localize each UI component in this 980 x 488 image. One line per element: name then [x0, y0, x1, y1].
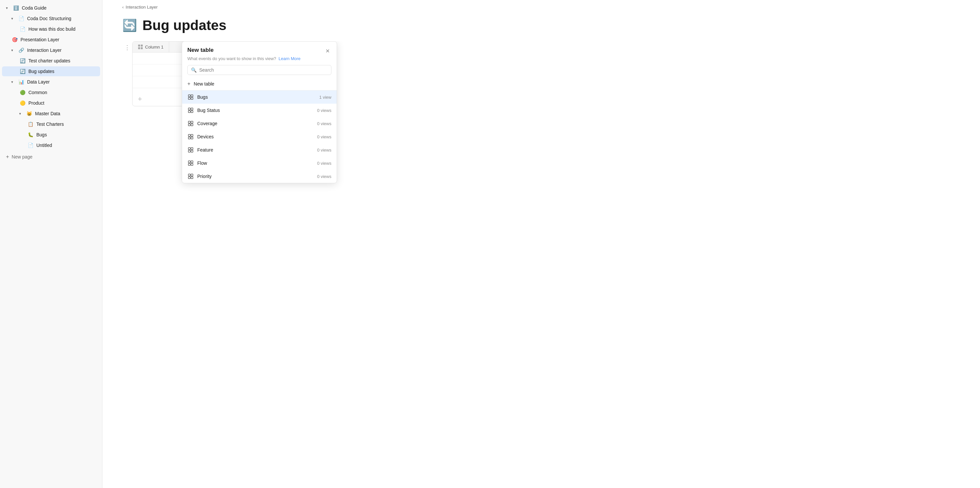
update-icon: 🔄: [19, 57, 26, 64]
svg-rect-18: [188, 137, 190, 139]
breadcrumb-text: Interaction Layer: [126, 5, 158, 10]
sidebar-item-untitled[interactable]: 📄 Untitled: [2, 140, 100, 150]
search-bar: 🔍: [187, 65, 331, 75]
sidebar-item-coda-doc-structuring[interactable]: ▾ 📄 Coda Doc Structuring: [2, 14, 100, 24]
column-1-header: Column 1: [132, 41, 169, 52]
dropdown-list-item-coverage[interactable]: Coverage 0 views: [182, 117, 337, 130]
sidebar-label: Test Charters: [37, 122, 64, 127]
plus-icon: +: [6, 154, 9, 160]
sidebar-item-presentation-layer[interactable]: 🎯 Presentation Layer: [2, 35, 100, 44]
svg-rect-15: [191, 124, 193, 126]
sidebar-item-bugs[interactable]: 🐛 Bugs: [2, 130, 100, 139]
grid-icon: [187, 120, 194, 127]
chevron-down-icon: ▾: [11, 79, 16, 84]
svg-rect-30: [188, 177, 190, 179]
svg-rect-3: [141, 47, 143, 49]
svg-rect-5: [191, 95, 193, 97]
item-views: 0 views: [317, 161, 331, 166]
sidebar-item-master-data[interactable]: ▾ 😸 Master Data: [2, 109, 100, 119]
sidebar-label: Bugs: [37, 132, 47, 137]
item-views: 0 views: [317, 135, 331, 139]
sidebar-item-common[interactable]: 🟢 Common: [2, 87, 100, 97]
update-icon: 🔄: [19, 68, 26, 74]
svg-rect-10: [188, 111, 190, 112]
sidebar-label: Test charter updates: [29, 58, 70, 63]
main-content: ‹ Interaction Layer 🔄 Bug updates ⋮: [102, 0, 980, 488]
svg-rect-22: [188, 150, 190, 152]
breadcrumb: ‹ Interaction Layer: [102, 0, 980, 14]
grid-icon: [187, 160, 194, 166]
dropdown-list-item-bugs[interactable]: Bugs 1 view: [182, 90, 337, 104]
svg-rect-25: [191, 161, 193, 163]
sidebar: ▾ ℹ️ Coda Guide ▾ 📄 Coda Doc Structuring…: [0, 0, 102, 488]
sidebar-label: Master Data: [35, 111, 60, 116]
sidebar-label: Coda Doc Structuring: [27, 16, 72, 21]
svg-rect-6: [188, 97, 190, 99]
sidebar-label: How was this doc build: [29, 26, 75, 32]
item-name: Flow: [197, 160, 317, 166]
sidebar-item-interaction-layer[interactable]: ▾ 🔗 Interaction Layer: [2, 45, 100, 55]
plus-icon: +: [187, 81, 190, 87]
new-page-label: New page: [11, 154, 32, 160]
sidebar-label: Presentation Layer: [21, 37, 59, 42]
item-name: Priority: [197, 174, 317, 179]
dropdown-panel: New table ✕ What events do you want to s…: [182, 41, 337, 183]
svg-rect-7: [191, 97, 193, 99]
dots-menu-button[interactable]: ⋮: [122, 41, 132, 54]
dropdown-list-item-priority[interactable]: Priority 0 views: [182, 170, 337, 183]
dropdown-header: New table ✕: [182, 41, 337, 56]
dropdown-list-item-devices[interactable]: Devices 0 views: [182, 130, 337, 143]
dropdown-subtitle: What events do you want to show in this …: [182, 56, 337, 65]
item-name: Coverage: [197, 121, 317, 126]
sidebar-item-test-charters[interactable]: 📋 Test Charters: [2, 119, 100, 129]
dropdown-list-item-bug-status[interactable]: Bug Status 0 views: [182, 104, 337, 117]
dropdown-title: New table: [187, 47, 213, 54]
dropdown-subtitle-text: What events do you want to show in this …: [187, 56, 276, 61]
close-button[interactable]: ✕: [323, 47, 331, 55]
sidebar-item-how-was-this-doc-build[interactable]: 📄 How was this doc build: [2, 24, 100, 34]
item-views: 0 views: [317, 174, 331, 179]
new-table-label: New table: [194, 81, 214, 87]
search-input[interactable]: [199, 67, 328, 73]
product-icon: 🟡: [19, 100, 26, 106]
item-views: 0 views: [317, 147, 331, 152]
item-name: Bugs: [197, 94, 319, 100]
common-icon: 🟢: [19, 89, 26, 96]
grid-icon: [187, 94, 194, 100]
item-views: 0 views: [317, 108, 331, 113]
item-views: 1 view: [319, 95, 331, 100]
dropdown-list-item-feature[interactable]: Feature 0 views: [182, 143, 337, 157]
page-title-area: 🔄 Bug updates: [102, 14, 980, 41]
sidebar-label: Interaction Layer: [27, 48, 62, 53]
sidebar-item-bug-updates[interactable]: 🔄 Bug updates: [2, 67, 100, 76]
page-title-icon: 🔄: [122, 19, 137, 32]
item-name: Devices: [197, 134, 317, 139]
sidebar-root-label: Coda Guide: [22, 5, 46, 11]
dropdown-list: Bugs 1 view Bug Status: [182, 90, 337, 183]
sidebar-item-test-charter-updates[interactable]: 🔄 Test charter updates: [2, 56, 100, 66]
svg-rect-1: [141, 44, 143, 46]
new-page-button[interactable]: + New page: [0, 152, 102, 162]
search-icon: 🔍: [191, 67, 197, 73]
sidebar-item-data-layer[interactable]: ▾ 📊 Data Layer: [2, 77, 100, 87]
item-views: 0 views: [317, 121, 331, 126]
svg-rect-26: [188, 163, 190, 165]
sidebar-label: Data Layer: [27, 79, 49, 84]
sidebar-root-item[interactable]: ▾ ℹ️ Coda Guide: [2, 3, 100, 13]
grid-icon: [187, 107, 194, 114]
svg-rect-13: [191, 121, 193, 123]
doc-icon: 📄: [18, 15, 24, 22]
new-table-item[interactable]: + New table: [182, 78, 337, 90]
sidebar-label: Bug updates: [29, 69, 54, 74]
dropdown-list-item-flow[interactable]: Flow 0 views: [182, 157, 337, 170]
learn-more-link[interactable]: Learn More: [278, 56, 300, 61]
doc-icon: 📄: [19, 26, 26, 32]
svg-rect-11: [191, 111, 193, 112]
bugs-icon: 🐛: [27, 132, 34, 138]
svg-rect-17: [191, 135, 193, 136]
page-title: Bug updates: [142, 17, 226, 33]
chevron-down-icon: ▾: [11, 16, 16, 21]
svg-rect-21: [191, 147, 193, 150]
sidebar-item-product[interactable]: 🟡 Product: [2, 98, 100, 108]
item-name: Bug Status: [197, 108, 317, 113]
